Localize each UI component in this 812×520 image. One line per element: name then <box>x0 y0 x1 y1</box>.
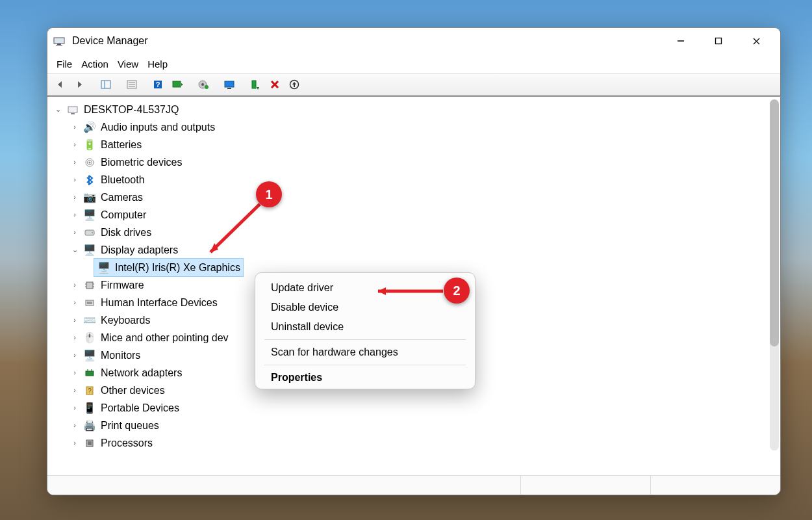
tree-item-display-adapters[interactable]: ⌄ 🖥️Display adapters <box>47 241 780 259</box>
chevron-right-icon[interactable]: › <box>70 346 80 364</box>
menu-view[interactable]: View <box>118 58 138 70</box>
svg-point-20 <box>201 83 204 86</box>
chevron-down-icon[interactable]: ⌄ <box>53 101 63 118</box>
network-icon <box>82 367 97 380</box>
status-cell <box>650 476 780 495</box>
menu-action[interactable]: Action <box>81 58 108 70</box>
chevron-right-icon[interactable]: › <box>70 417 80 434</box>
tree-label: Display adapters <box>101 241 178 259</box>
properties-button[interactable] <box>123 76 141 93</box>
computer-icon <box>66 103 80 116</box>
svg-text:?: ? <box>156 81 160 88</box>
scroll-thumb[interactable] <box>770 99 779 346</box>
mouse-icon: 🖱️ <box>82 332 97 344</box>
chevron-right-icon[interactable]: › <box>70 434 80 452</box>
toolbar-sep <box>188 76 193 93</box>
menu-help[interactable]: Help <box>147 58 168 70</box>
app-icon <box>53 34 66 47</box>
chevron-right-icon[interactable]: › <box>70 311 80 329</box>
toolbar-sep <box>240 76 245 93</box>
toolbar: ? <box>47 73 780 96</box>
context-separator <box>264 339 466 340</box>
bluetooth-icon <box>82 174 97 187</box>
tree-item-processors[interactable]: › Processors <box>47 434 780 452</box>
minimize-button[interactable] <box>662 28 700 54</box>
update-driver-button[interactable] <box>194 76 212 93</box>
camera-icon: 📷 <box>82 191 97 204</box>
tree-item-portable[interactable]: › 📱Portable Devices <box>47 399 780 417</box>
tree-label: Print queues <box>101 417 159 434</box>
window-controls <box>662 28 775 54</box>
titlebar[interactable]: Device Manager <box>47 28 780 54</box>
help-button[interactable]: ? <box>149 76 167 93</box>
tree-item-biometric[interactable]: › Biometric devices <box>47 153 780 171</box>
chevron-right-icon[interactable]: › <box>70 136 80 153</box>
tree-label: Biometric devices <box>101 153 182 171</box>
tree-item-bluetooth[interactable]: › Bluetooth <box>47 171 780 188</box>
tree-label: Mice and other pointing dev <box>101 329 229 346</box>
chevron-right-icon[interactable]: › <box>70 294 80 311</box>
tree-label: Bluetooth <box>101 171 145 188</box>
tree-label: Human Interface Devices <box>101 294 218 311</box>
chevron-down-icon[interactable]: ⌄ <box>70 241 80 259</box>
tree-label: Monitors <box>101 346 140 364</box>
chevron-right-icon[interactable]: › <box>70 382 80 399</box>
menu-file[interactable]: File <box>57 58 72 70</box>
chevron-right-icon[interactable]: › <box>70 364 80 382</box>
nav-back-button[interactable] <box>51 76 70 93</box>
nav-forward-button[interactable] <box>71 76 89 93</box>
printer-icon: 🖨️ <box>82 419 97 432</box>
chevron-right-icon[interactable]: › <box>70 206 80 224</box>
tree-item-disks[interactable]: › Disk drives <box>47 224 780 241</box>
window-title: Device Manager <box>72 35 148 47</box>
chevron-right-icon[interactable]: › <box>70 153 80 171</box>
callout-label: 1 <box>265 187 272 202</box>
chevron-right-icon[interactable]: › <box>70 188 80 206</box>
close-button[interactable] <box>737 28 775 54</box>
device-manager-window: Device Manager File Action View Help ? <box>47 27 781 495</box>
chevron-right-icon[interactable]: › <box>70 276 80 294</box>
maximize-button[interactable] <box>700 28 737 54</box>
svg-rect-17 <box>173 81 181 87</box>
svg-marker-18 <box>181 83 183 86</box>
tree-label: Audio inputs and outputs <box>101 118 215 136</box>
keyboard-icon: ⌨️ <box>82 314 97 327</box>
context-scan-hardware[interactable]: Scan for hardware changes <box>255 343 475 362</box>
svg-rect-43 <box>87 302 92 304</box>
monitor-icon: 🖥️ <box>82 209 97 222</box>
uninstall-device-button[interactable] <box>285 76 303 93</box>
tree-item-batteries[interactable]: › 🔋Batteries <box>47 136 780 153</box>
svg-rect-30 <box>68 107 77 112</box>
tree-label: Portable Devices <box>101 399 179 417</box>
context-menu: Update driver Disable device Uninstall d… <box>255 272 476 389</box>
tree-item-computer[interactable]: › 🖥️Computer <box>47 206 780 224</box>
scan-hardware-button[interactable] <box>168 76 186 93</box>
context-disable-device[interactable]: Disable device <box>255 298 475 317</box>
svg-rect-24 <box>252 81 256 88</box>
enable-device-button[interactable] <box>246 76 264 93</box>
svg-rect-2 <box>56 45 62 46</box>
chevron-right-icon[interactable]: › <box>70 171 80 188</box>
context-update-driver[interactable]: Update driver <box>255 278 475 298</box>
tree-item-print[interactable]: › 🖨️Print queues <box>47 417 780 434</box>
chevron-right-icon[interactable]: › <box>70 329 80 346</box>
monitor-icon-button[interactable] <box>220 76 238 93</box>
show-hide-tree-button[interactable] <box>97 76 115 93</box>
tree-root[interactable]: ⌄ DESKTOP-4L537JQ <box>47 101 780 118</box>
svg-rect-1 <box>57 44 61 45</box>
chevron-right-icon[interactable]: › <box>70 118 80 136</box>
svg-rect-4 <box>716 38 722 44</box>
tree-label: Keyboards <box>101 311 151 329</box>
svg-rect-50 <box>88 441 92 445</box>
vertical-scrollbar[interactable] <box>770 99 779 450</box>
disable-device-button[interactable] <box>266 76 284 93</box>
tree-item-cameras[interactable]: › 📷Cameras <box>47 188 780 206</box>
display-adapter-icon: 🖥️ <box>82 244 97 257</box>
chevron-right-icon[interactable]: › <box>70 224 80 241</box>
tree-item-audio[interactable]: › 🔊Audio inputs and outputs <box>47 118 780 136</box>
tree-label: Batteries <box>101 136 142 153</box>
chevron-right-icon[interactable]: › <box>70 399 80 417</box>
context-uninstall-device[interactable]: Uninstall device <box>255 317 475 337</box>
context-properties[interactable]: Properties <box>255 368 475 387</box>
tree-label: Computer <box>101 206 146 224</box>
